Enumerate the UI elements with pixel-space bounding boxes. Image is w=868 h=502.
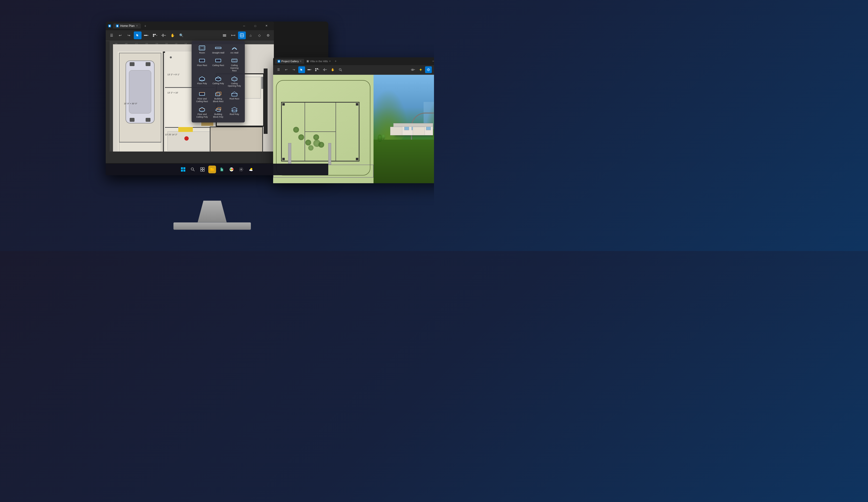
second-minimize-btn[interactable]: ─ xyxy=(429,57,434,65)
symbol-btn[interactable]: ◇ xyxy=(256,31,263,39)
ceiling-poly-icon xyxy=(215,76,221,81)
second-walls-btn[interactable]: ▾ xyxy=(306,66,313,73)
lower-left-room xyxy=(119,142,161,152)
walls-dropdown-btn[interactable]: ▾ xyxy=(143,31,150,39)
second-new-tab-btn[interactable]: + xyxy=(333,59,338,63)
search-btn[interactable]: 🔍 xyxy=(177,31,185,39)
menu-item-straight-wall[interactable]: Straight Wall xyxy=(211,44,226,56)
second-hamburger-btn[interactable]: ☰ xyxy=(275,66,282,73)
weather-btn[interactable] xyxy=(247,166,255,173)
file-explorer-btn[interactable] xyxy=(208,166,216,173)
floor-poly-label: Floor Poly xyxy=(197,82,207,85)
menu-item-arc-wall[interactable]: Arc Wall xyxy=(227,44,242,56)
select-tool-btn[interactable] xyxy=(134,31,142,39)
new-tab-btn[interactable]: + xyxy=(142,23,148,29)
menu-item-floor-rect[interactable]: Floor Rect xyxy=(195,57,210,73)
menu-item-building-block-poly[interactable]: Building Block Poly xyxy=(211,105,226,120)
snapping-dropdown-btn[interactable]: ▾ xyxy=(160,31,168,39)
objects-dropdown-btn[interactable]: ▾ xyxy=(151,31,159,39)
second-redo-btn[interactable]: ↪ xyxy=(291,66,297,73)
menu-item-building-block-rect[interactable]: Building Block Rect xyxy=(211,90,226,104)
furniture-dot xyxy=(170,57,172,58)
home-plan-tab[interactable]: Home Plan ✕ xyxy=(113,23,141,29)
ceiling-opening-rect-icon xyxy=(231,58,238,63)
second-undo-btn[interactable]: ↩ xyxy=(283,66,290,73)
svg-marker-42 xyxy=(231,92,237,94)
project-gallery-tab-close[interactable]: ✕ xyxy=(300,60,302,62)
second-sun-btn[interactable] xyxy=(417,66,424,73)
svg-rect-14 xyxy=(223,36,226,37)
svg-rect-41 xyxy=(232,94,237,96)
redo-btn[interactable]: ↪ xyxy=(125,31,133,39)
3d-scene xyxy=(373,75,434,183)
pan-tool-btn[interactable]: ✋ xyxy=(169,31,176,39)
svg-rect-57 xyxy=(203,167,204,169)
home-plan-window: Home Plan ✕ + ─ □ ✕ ☰ ↩ ↪ xyxy=(106,22,274,163)
svg-rect-23 xyxy=(215,47,221,49)
svg-rect-2 xyxy=(144,35,147,36)
lower-extension xyxy=(210,126,263,152)
plan-view-btn[interactable] xyxy=(238,31,246,39)
title-bar-left: Home Plan ✕ + xyxy=(108,23,148,29)
chrome-btn[interactable] xyxy=(228,166,235,173)
undo-btn[interactable]: ↩ xyxy=(116,31,124,39)
maximize-btn[interactable]: □ xyxy=(250,22,261,30)
hamburger-btn[interactable]: ☰ xyxy=(108,31,115,39)
windows-start-btn[interactable] xyxy=(179,166,187,173)
floor-ceiling-poly-icon xyxy=(199,107,205,112)
svg-rect-5 xyxy=(155,34,156,35)
close-btn[interactable]: ✕ xyxy=(261,22,272,30)
menu-grid: Room Straight Wall xyxy=(195,44,242,120)
svg-marker-32 xyxy=(216,77,221,81)
svg-line-81 xyxy=(341,70,342,71)
menu-item-roof-poly[interactable]: Roof Poly xyxy=(227,105,242,120)
toolbar: ☰ ↩ ↪ ▾ ▾ ▾ ✋ 🔍 xyxy=(106,30,274,41)
second-select-btn[interactable] xyxy=(298,66,305,73)
menu-item-floor-ceiling-poly[interactable]: Floor and Ceiling Poly xyxy=(195,105,210,120)
svg-rect-36 xyxy=(199,92,205,95)
layers-btn[interactable] xyxy=(221,31,228,39)
second-search-btn[interactable] xyxy=(337,66,344,73)
villa-tab[interactable]: Villa in the Hills ✕ xyxy=(304,59,333,64)
home-view-btn[interactable]: ⌂ xyxy=(247,31,255,39)
second-objects-btn[interactable]: ▾ xyxy=(314,66,321,73)
ceiling-rect-icon xyxy=(215,58,221,63)
svg-point-83 xyxy=(412,70,413,70)
svg-rect-4 xyxy=(153,34,154,35)
second-snap-btn[interactable]: ▾ xyxy=(321,66,328,73)
svg-rect-24 xyxy=(199,59,205,62)
menu-item-room[interactable]: Room xyxy=(195,44,210,56)
menu-item-ceiling-opening-poly[interactable]: Ceiling Opening Poly xyxy=(227,74,242,89)
second-win-controls: ─ ⧉ ✕ xyxy=(429,57,434,65)
villa-tab-label: Villa in the Hills xyxy=(310,60,328,63)
settings-taskbar-btn[interactable] xyxy=(237,166,245,173)
tab-close-btn[interactable]: ✕ xyxy=(136,24,138,27)
second-visibility-btn[interactable]: ▾ xyxy=(410,66,416,73)
search-taskbar-btn[interactable] xyxy=(189,166,197,173)
menu-item-ceiling-poly[interactable]: Ceiling Poly xyxy=(211,74,226,89)
task-view-btn[interactable] xyxy=(199,166,206,173)
second-pan-btn[interactable]: ✋ xyxy=(329,66,336,73)
files-btn[interactable] xyxy=(218,166,226,173)
villa-tab-close[interactable]: ✕ xyxy=(329,60,331,62)
menu-item-ceiling-rect[interactable]: Ceiling Rect xyxy=(211,57,226,73)
second-3d-view-btn[interactable] xyxy=(425,66,432,73)
svg-line-55 xyxy=(193,170,195,171)
settings-btn[interactable]: ⚙ xyxy=(264,31,272,39)
project-gallery-tab[interactable]: Project Gallery ✕ xyxy=(275,59,304,64)
floor-poly-icon xyxy=(199,76,205,81)
car-wheel-fl xyxy=(130,62,135,66)
svg-rect-71 xyxy=(308,69,310,70)
menu-item-floor-ceiling-rect[interactable]: Floor and Ceiling Rect xyxy=(195,90,210,104)
menu-item-ceiling-opening-rect[interactable]: Ceiling Opening Rect xyxy=(227,57,242,73)
room-label: Room xyxy=(199,52,205,54)
menu-item-roof-rect[interactable]: Roof Rect xyxy=(227,90,242,104)
straight-wall-icon xyxy=(215,45,221,51)
second-layers-btn[interactable] xyxy=(433,66,434,73)
minimize-btn[interactable]: ─ xyxy=(239,22,250,30)
menu-item-floor-poly[interactable]: Floor Poly xyxy=(195,74,210,89)
garage-area xyxy=(119,53,161,142)
svg-rect-56 xyxy=(200,167,202,169)
dimensions-btn[interactable] xyxy=(229,31,237,39)
second-toolbar: ☰ ↩ ↪ ▾ ▾ ▾ ✋ xyxy=(273,65,434,75)
